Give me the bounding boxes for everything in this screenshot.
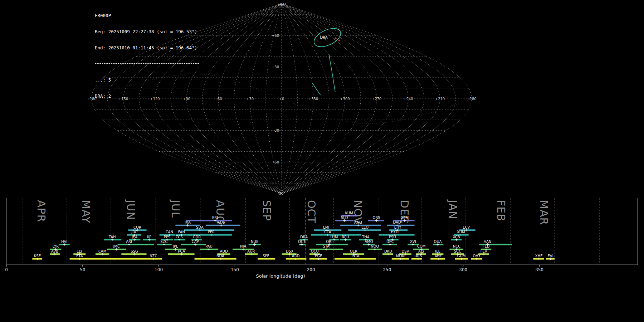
shower-label-GEM: GEM: [401, 216, 409, 220]
shower-label-ORS: ORS: [373, 216, 380, 220]
shower-label-PSU: PSU: [389, 235, 396, 239]
x-tick-label: 0: [5, 267, 8, 272]
shower-label-LYR: LYR: [53, 244, 59, 248]
ra-grid-label: +240: [403, 97, 413, 101]
shower-label-NZC: NZC: [150, 254, 157, 258]
shower-label-SPE: SPE: [263, 254, 269, 258]
north-pole-label: +90°: [277, 3, 286, 7]
shower-label-SLD: SLD: [341, 216, 348, 220]
month-label-jun: JUN: [125, 199, 137, 220]
shower-label-NDA: NDA: [216, 254, 224, 258]
shower-label-KCG: KCG: [218, 220, 225, 224]
shower-label-ARI: ARI: [126, 240, 132, 244]
x-tick-label: 50: [80, 267, 85, 272]
ra-grid-label: +60: [214, 97, 222, 101]
ra-grid-label: +210: [435, 97, 445, 101]
shower-label-ZCS: ZCS: [176, 235, 183, 239]
shower-label-LEO: LEO: [361, 225, 369, 229]
shower-label-DAD: DAD: [393, 220, 401, 224]
shower-label-AND: AND: [354, 220, 362, 224]
month-label-jul: JUL: [169, 199, 182, 218]
shower-label-CTA: CTA: [324, 230, 331, 234]
shower-label-FAN: FAN: [178, 230, 185, 234]
shower-label-SDA: SDA: [196, 225, 204, 229]
shower-label-SCC: SCC: [454, 249, 461, 253]
shower-label-OCU: OCU: [311, 249, 319, 253]
shower-label-AVB: AVB: [51, 249, 58, 253]
shower-label-FED: FED: [483, 244, 490, 248]
shower-label-JEA: JEA: [131, 235, 137, 239]
shower-bar-NDA: [195, 258, 236, 260]
shower-label-ECV: ECV: [463, 225, 470, 229]
shower-label-ELY: ELY: [77, 249, 83, 253]
shower-label-DKD: DKD: [384, 249, 392, 253]
shower-label-CAP: CAP: [192, 240, 199, 244]
shower-bar-ETA: [70, 258, 115, 260]
shower-label-DSX: DSX: [286, 249, 293, 253]
meteor-track: [312, 83, 321, 95]
shower-label-JPE: JPE: [172, 244, 178, 248]
shower-label-HVI: HVI: [61, 240, 67, 244]
shower-label-PER: PER: [208, 230, 215, 234]
shower-label-FEV: FEV: [480, 249, 487, 253]
shower-label-TAH: TAH: [108, 235, 116, 239]
ra-grid-label: +330: [308, 97, 318, 101]
shower-label-JXA: JXA: [184, 220, 191, 224]
shower-label-CAN: CAN: [166, 230, 173, 234]
shower-label-ORI: ORI: [326, 240, 332, 244]
sky-map: +180+150+120+90+60+30+0+330+300+270+240+…: [0, 0, 644, 198]
shower-label-URS: URS: [414, 254, 422, 258]
shower-bar-ORI: [316, 244, 348, 245]
shower-label-ETA: ETA: [76, 254, 83, 258]
x-tick-label: 150: [231, 267, 239, 272]
shower-label-XCB: XCB: [453, 235, 460, 239]
ra-grid-label: +120: [150, 97, 160, 101]
radiant-label-dra: DRA: [320, 35, 327, 39]
month-label-feb: FEB: [495, 200, 507, 221]
shower-label-MON: MON: [396, 254, 405, 258]
shower-label-DRA: DRA: [300, 235, 308, 239]
shower-label-AUD: AUD: [220, 249, 228, 253]
shower-label-THA: THA: [362, 235, 370, 239]
shower-label-OCT: OCT: [298, 240, 306, 244]
x-tick-label: 250: [383, 267, 391, 272]
shower-label-KSE: KSE: [34, 254, 41, 258]
shower-label-NCC: NCC: [453, 244, 460, 248]
ra-grid-label: +180: [467, 97, 476, 101]
shower-label-XUM: XUM: [457, 230, 465, 234]
shower-label-KUM: KUM: [345, 211, 353, 215]
shower-label-ARD: ARD: [292, 254, 300, 258]
shower-label-RPU: RPU: [342, 235, 349, 239]
shower-label-AMO: AMO: [365, 240, 373, 244]
shower-bar-AND: [340, 225, 381, 226]
shower-label-JRC: JRC: [131, 230, 137, 234]
dec-grid-label: -30: [273, 128, 279, 132]
shower-label-XHE: XHE: [535, 254, 543, 258]
shower-label-AUR: AUR: [247, 249, 255, 253]
shower-label-ILE: ILE: [435, 249, 440, 253]
ra-grid-label: +0: [279, 97, 284, 101]
shower-label-HYD: HYD: [391, 230, 399, 234]
shower-label-STA: STA: [323, 244, 330, 248]
shower-label-COR: COR: [133, 225, 141, 229]
shower-label-OHY: OHY: [473, 254, 480, 258]
month-label-apr: APR: [35, 200, 48, 222]
south-pole-label: -90°: [278, 191, 285, 195]
dec-grid-label: +60: [272, 34, 279, 38]
grid-meridian: [250, 4, 282, 194]
x-tick-label: 350: [535, 267, 543, 272]
month-label-oct: OCT: [305, 200, 318, 224]
meteor-detection-report: FR000P Beg: 20251009 22:27:38 (sol = 196…: [0, 0, 644, 322]
dec-grid-label: +30: [272, 65, 279, 69]
shower-label-OER: OER: [350, 249, 357, 253]
shower-label-LMI: LMI: [323, 225, 329, 229]
shower-label-LUM: LUM: [330, 235, 338, 239]
ra-grid-label: +30: [246, 97, 254, 101]
shower-label-CAM: CAM: [98, 249, 106, 253]
shower-label-EGE: EGE: [315, 254, 322, 258]
ra-grid-label: +270: [372, 97, 381, 101]
shower-label-GUM: GUM: [457, 254, 466, 258]
month-label-mar: MAR: [538, 200, 550, 225]
ra-grid-label: +150: [118, 97, 128, 101]
shower-label-DSV: DSV: [402, 249, 409, 253]
